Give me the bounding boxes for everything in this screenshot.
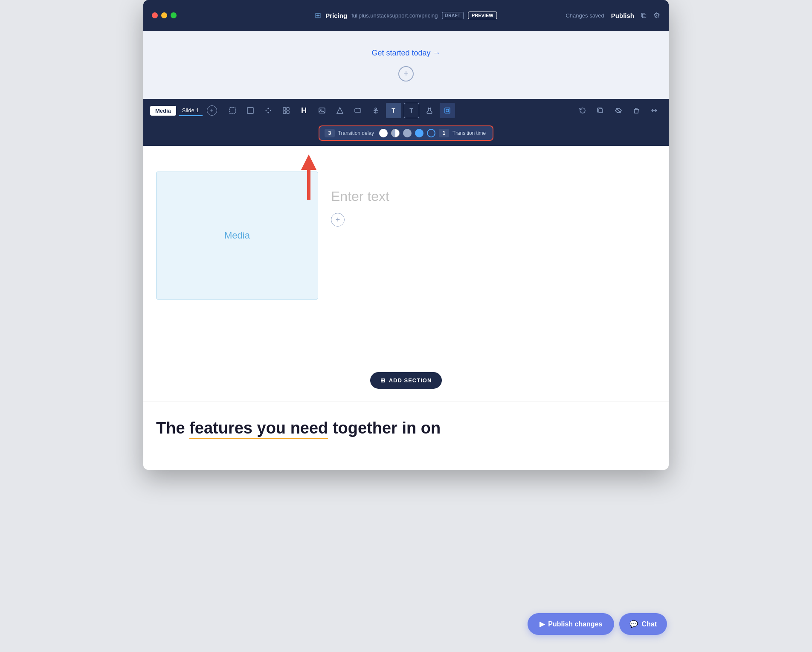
transition-delay-value[interactable]: 3 bbox=[325, 129, 335, 137]
transition-time-value[interactable]: 1 bbox=[439, 129, 449, 137]
enter-text-placeholder[interactable]: Enter text bbox=[331, 189, 389, 204]
preview-badge[interactable]: PREVIEW bbox=[468, 12, 497, 19]
media-placeholder-label: Media bbox=[224, 230, 250, 241]
chat-label: Chat bbox=[641, 620, 657, 628]
publish-changes-button[interactable]: ▶ Publish changes bbox=[528, 613, 614, 635]
refresh-button[interactable] bbox=[575, 103, 590, 118]
banner-tool-button[interactable] bbox=[350, 103, 365, 118]
transition-dot-4[interactable] bbox=[415, 129, 423, 137]
frame-tool-button[interactable] bbox=[243, 103, 258, 118]
maximize-button[interactable] bbox=[171, 12, 177, 18]
svg-rect-5 bbox=[287, 111, 289, 114]
text-outline-button[interactable]: T bbox=[404, 103, 419, 118]
delete-button[interactable] bbox=[629, 103, 644, 118]
transition-delay-label: Transition delay bbox=[338, 130, 374, 136]
headline-part3: together in on bbox=[328, 419, 441, 437]
svg-rect-4 bbox=[283, 111, 286, 114]
headline-part2: features you need bbox=[189, 419, 328, 439]
grid-tool-button[interactable] bbox=[278, 103, 294, 118]
svg-rect-13 bbox=[446, 109, 449, 112]
svg-rect-0 bbox=[229, 108, 235, 114]
bottom-section: The features you need together in on bbox=[143, 402, 669, 470]
media-placeholder[interactable]: Media bbox=[156, 172, 318, 300]
tab-media[interactable]: Media bbox=[150, 106, 176, 116]
bottom-headline: The features you need together in on bbox=[156, 419, 656, 437]
add-section-icon: ⊞ bbox=[380, 377, 386, 384]
transition-bar: 3 Transition delay 1 Transition time bbox=[143, 122, 669, 146]
minimize-button[interactable] bbox=[161, 12, 167, 18]
add-section-area: ⊞ ADD SECTION bbox=[143, 359, 669, 402]
settings-icon[interactable]: ⚙ bbox=[653, 11, 660, 20]
transition-time-label: Transition time bbox=[452, 130, 486, 136]
svg-rect-12 bbox=[445, 108, 450, 113]
svg-rect-14 bbox=[599, 109, 603, 113]
top-content-area: Get started today → + bbox=[143, 31, 669, 99]
titlebar: ⊞ Pricing fullplus.unstacksupport.com/pr… bbox=[143, 0, 669, 31]
tab-slide-1[interactable]: Slide 1 bbox=[179, 105, 203, 116]
add-section-button[interactable]: ⊞ ADD SECTION bbox=[370, 372, 442, 389]
page-url: fullplus.unstacksupport.com/pricing bbox=[351, 12, 438, 19]
layers-tool-button[interactable] bbox=[440, 103, 455, 118]
arrow-shaft bbox=[307, 170, 310, 200]
text-column: Enter text + bbox=[331, 172, 656, 300]
add-text-button[interactable]: + bbox=[331, 213, 345, 227]
hide-button[interactable] bbox=[611, 103, 626, 118]
shape-tool-button[interactable] bbox=[332, 103, 348, 118]
add-slide-button[interactable]: + bbox=[207, 105, 217, 116]
svg-rect-1 bbox=[247, 108, 253, 114]
app-window: ⊞ Pricing fullplus.unstacksupport.com/pr… bbox=[143, 0, 669, 470]
changes-saved: Changes saved bbox=[566, 12, 604, 19]
draft-badge: DRAFT bbox=[442, 12, 464, 19]
svg-rect-3 bbox=[287, 108, 289, 110]
selection-tool-button[interactable] bbox=[225, 103, 240, 118]
titlebar-right: Changes saved Publish ⧉ ⚙ bbox=[566, 11, 660, 20]
page-icon: ⊞ bbox=[315, 11, 321, 20]
editor-area: Media Enter text + bbox=[143, 146, 669, 359]
headline-part1: The bbox=[156, 419, 189, 437]
duplicate-button[interactable] bbox=[593, 103, 608, 118]
anchor-tool-button[interactable] bbox=[368, 103, 383, 118]
titlebar-center: ⊞ Pricing fullplus.unstacksupport.com/pr… bbox=[315, 11, 497, 20]
close-button[interactable] bbox=[152, 12, 158, 18]
add-content-button[interactable]: + bbox=[398, 66, 414, 82]
transition-dot-3[interactable] bbox=[403, 129, 412, 137]
arrow-head bbox=[301, 154, 316, 170]
expand-button[interactable] bbox=[647, 103, 662, 118]
publish-changes-label: Publish changes bbox=[548, 620, 602, 628]
svg-point-9 bbox=[375, 108, 377, 110]
traffic-lights bbox=[152, 12, 177, 18]
flask-tool-button[interactable] bbox=[422, 103, 437, 118]
add-section-label: ADD SECTION bbox=[389, 377, 432, 384]
text-solid-button[interactable]: T bbox=[386, 103, 401, 118]
two-column-layout: Media Enter text + bbox=[156, 172, 656, 300]
copy-page-icon[interactable]: ⧉ bbox=[641, 11, 647, 20]
svg-rect-8 bbox=[355, 109, 361, 112]
heading-tool-button[interactable]: H bbox=[296, 103, 312, 118]
publish-button[interactable]: Publish bbox=[611, 12, 634, 19]
transition-dot-5[interactable] bbox=[427, 129, 435, 137]
chat-icon: 💬 bbox=[629, 620, 638, 628]
arrow-indicator bbox=[301, 154, 316, 200]
floating-buttons: ▶ Publish changes 💬 Chat bbox=[528, 613, 667, 635]
page-title: Pricing bbox=[325, 12, 347, 19]
chat-button[interactable]: 💬 Chat bbox=[619, 613, 667, 635]
transition-dot-1[interactable] bbox=[379, 129, 388, 137]
transition-controls: 3 Transition delay 1 Transition time bbox=[319, 125, 494, 141]
main-toolbar: Media Slide 1 + H bbox=[143, 99, 669, 122]
get-started-link[interactable]: Get started today → bbox=[371, 49, 440, 58]
transition-dot-2[interactable] bbox=[391, 129, 400, 137]
svg-rect-2 bbox=[283, 108, 286, 110]
image-tool-button[interactable] bbox=[314, 103, 330, 118]
move-tool-button[interactable] bbox=[261, 103, 276, 118]
publish-changes-icon: ▶ bbox=[539, 620, 545, 628]
